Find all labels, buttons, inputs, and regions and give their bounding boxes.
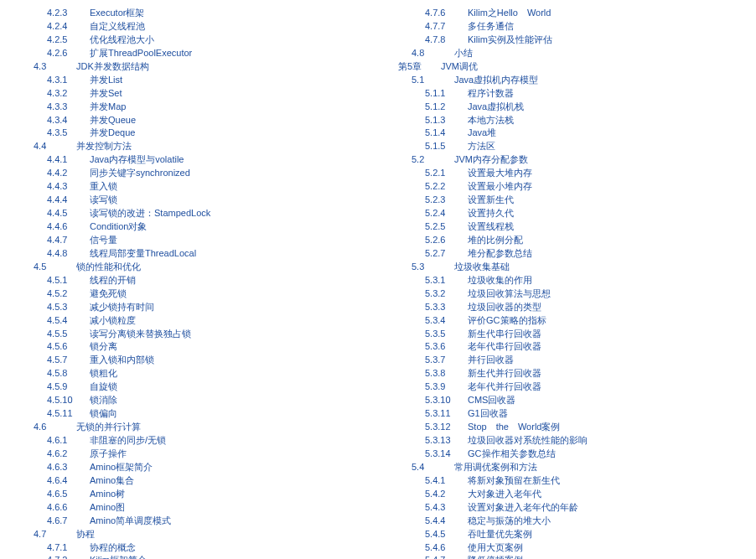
toc-entry[interactable]: 4.7.7 多任务通信 [398, 20, 756, 34]
toc-entry[interactable]: 5.3.11 G1回收器 [398, 407, 756, 421]
toc-title: Condition对象 [80, 221, 147, 231]
toc-entry[interactable]: 4.3.2 并发Set [20, 87, 378, 101]
toc-entry[interactable]: 5.3 垃圾收集基础 [398, 261, 756, 274]
toc-number: 5.3.14 [425, 448, 458, 461]
toc-entry[interactable]: 5.4.3 设置对象进入老年代的年龄 [398, 501, 756, 515]
toc-entry[interactable]: 4.2.3 Executor框架 [20, 7, 378, 20]
toc-entry[interactable]: 4.6 无锁的并行计算 [20, 421, 378, 434]
toc-entry[interactable]: 4.7.1 协程的概念 [20, 541, 378, 555]
toc-entry[interactable]: 5.4.2 大对象进入老年代 [398, 488, 756, 501]
toc-entry[interactable]: 5.3.7 并行回收器 [398, 354, 756, 367]
toc-title: 吞吐量优先案例 [458, 529, 532, 539]
toc-title: 自旋锁 [80, 381, 117, 391]
toc-entry[interactable]: 4.5.7 重入锁和内部锁 [20, 354, 378, 367]
toc-entry[interactable]: 4.5.8 锁粗化 [20, 367, 378, 380]
toc-number: 5.2 [412, 153, 445, 167]
toc-entry[interactable]: 4.5.11 锁偏向 [20, 407, 378, 421]
toc-entry[interactable]: 4.5.10 锁消除 [20, 394, 378, 407]
toc-entry[interactable]: 5.3.3 垃圾回收器的类型 [398, 301, 756, 314]
toc-number: 5.3.3 [425, 301, 458, 314]
toc-number: 4.6.2 [47, 448, 80, 461]
toc-title: Amino简单调度模式 [80, 515, 171, 525]
toc-entry[interactable]: 4.6.7 Amino简单调度模式 [20, 515, 378, 528]
toc-entry[interactable]: 5.3.8 新生代并行回收器 [398, 367, 756, 380]
toc-entry[interactable]: 5.3.4 评价GC策略的指标 [398, 314, 756, 328]
toc-entry[interactable]: 4.5.3 减少锁持有时间 [20, 301, 378, 314]
toc-entry[interactable]: 5.2.4 设置持久代 [398, 207, 756, 220]
toc-entry[interactable]: 5.4.6 使用大页案例 [398, 541, 756, 555]
toc-title: 读写分离锁来替换独占锁 [80, 329, 191, 339]
toc-entry[interactable]: 4.5.6 锁分离 [20, 340, 378, 354]
toc-entry[interactable]: 4.5.4 减小锁粒度 [20, 314, 378, 328]
toc-entry[interactable]: 5.1.2 Java虚拟机栈 [398, 101, 756, 114]
toc-entry[interactable]: 5.3.9 老年代并行回收器 [398, 380, 756, 394]
toc-number: 5.3 [412, 261, 445, 274]
toc-entry[interactable]: 5.2.3 设置新生代 [398, 194, 756, 207]
toc-entry[interactable]: 4.4.2 同步关键字synchronized [20, 167, 378, 180]
toc-entry[interactable]: 5.3.14 GC操作相关参数总结 [398, 448, 756, 461]
toc-entry[interactable]: 5.1 Java虚拟机内存模型 [398, 74, 756, 87]
toc-number: 4.2.3 [47, 7, 80, 20]
toc-entry[interactable]: 5.2.7 堆分配参数总结 [398, 247, 756, 261]
toc-entry[interactable]: 4.6.3 Amino框架简介 [20, 461, 378, 474]
toc-entry[interactable]: 4.7.6 Kilim之Hello World [398, 7, 756, 20]
toc-entry[interactable]: 4.4.1 Java内存模型与volatile [20, 153, 378, 167]
toc-entry[interactable]: 5.3.12 Stop the World案例 [398, 421, 756, 434]
toc-entry[interactable]: 4.5.5 读写分离锁来替换独占锁 [20, 328, 378, 341]
toc-number: 5.1.4 [425, 127, 458, 140]
toc-entry[interactable]: 4.5.2 避免死锁 [20, 287, 378, 301]
toc-entry[interactable]: 5.3.5 新生代串行回收器 [398, 328, 756, 341]
toc-entry[interactable]: 5.1.3 本地方法栈 [398, 114, 756, 127]
toc-entry[interactable]: 4.3.4 并发Queue [20, 114, 378, 127]
toc-entry[interactable]: 4.4.8 线程局部变量ThreadLocal [20, 247, 378, 261]
toc-entry[interactable]: 5.3.6 老年代串行回收器 [398, 340, 756, 354]
toc-entry[interactable]: 4.4.4 读写锁 [20, 194, 378, 207]
toc-entry[interactable]: 4.6.1 非阻塞的同步/无锁 [20, 434, 378, 448]
toc-entry[interactable]: 4.3.3 并发Map [20, 101, 378, 114]
toc-entry[interactable]: 4.5.9 自旋锁 [20, 380, 378, 394]
toc-entry[interactable]: 5.3.10 CMS回收器 [398, 394, 756, 407]
toc-entry[interactable]: 4.4.7 信号量 [20, 234, 378, 247]
toc-title: 设置对象进入老年代的年龄 [458, 502, 578, 512]
toc-entry[interactable]: 5.1.1 程序计数器 [398, 87, 756, 101]
toc-entry[interactable]: 5.4.7 降低停顿案例 [398, 554, 756, 559]
toc-entry[interactable]: 4.6.5 Amino树 [20, 488, 378, 501]
toc-entry[interactable]: 第5章 JVM调优 [398, 60, 756, 74]
toc-title: 非阻塞的同步/无锁 [80, 435, 166, 445]
toc-entry[interactable]: 5.2.6 堆的比例分配 [398, 234, 756, 247]
toc-entry[interactable]: 4.8 小结 [398, 47, 756, 60]
toc-entry[interactable]: 5.3.13 垃圾回收器对系统性能的影响 [398, 434, 756, 448]
toc-entry[interactable]: 4.4.5 读写锁的改进：StampedLock [20, 207, 378, 220]
toc-entry[interactable]: 5.3.1 垃圾收集的作用 [398, 274, 756, 287]
toc-entry[interactable]: 4.3.1 并发List [20, 74, 378, 87]
toc-entry[interactable]: 5.4 常用调优案例和方法 [398, 461, 756, 474]
toc-entry[interactable]: 5.1.4 Java堆 [398, 127, 756, 140]
toc-entry[interactable]: 4.5.1 线程的开销 [20, 274, 378, 287]
toc-entry[interactable]: 4.6.4 Amino集合 [20, 474, 378, 488]
toc-entry[interactable]: 4.2.4 自定义线程池 [20, 20, 378, 34]
toc-entry[interactable]: 5.2.5 设置线程栈 [398, 220, 756, 234]
toc-entry[interactable]: 4.4.3 重入锁 [20, 180, 378, 194]
toc-entry[interactable]: 4.7.8 Kilim实例及性能评估 [398, 34, 756, 47]
toc-title: 评价GC策略的指标 [458, 315, 546, 325]
toc-entry[interactable]: 5.2.1 设置最大堆内存 [398, 167, 756, 180]
toc-entry[interactable]: 4.2.6 扩展ThreadPoolExecutor [20, 47, 378, 60]
toc-entry[interactable]: 4.7.2 Kilim框架简介 [20, 554, 378, 559]
toc-entry[interactable]: 4.6.2 原子操作 [20, 448, 378, 461]
toc-entry[interactable]: 4.6.6 Amino图 [20, 501, 378, 515]
toc-entry[interactable]: 5.4.4 稳定与振荡的堆大小 [398, 515, 756, 528]
toc-entry[interactable]: 5.2 JVM内存分配参数 [398, 153, 756, 167]
toc-entry[interactable]: 4.7 协程 [20, 528, 378, 541]
toc-entry[interactable]: 4.4.6 Condition对象 [20, 220, 378, 234]
toc-entry[interactable]: 4.5 锁的性能和优化 [20, 261, 378, 274]
toc-entry[interactable]: 4.3.5 并发Deque [20, 127, 378, 140]
toc-entry[interactable]: 5.4.1 将新对象预留在新生代 [398, 474, 756, 488]
toc-entry[interactable]: 4.4 并发控制方法 [20, 140, 378, 153]
toc-entry[interactable]: 5.2.2 设置最小堆内存 [398, 180, 756, 194]
toc-number: 5.4.7 [425, 554, 458, 559]
toc-entry[interactable]: 4.3 JDK并发数据结构 [20, 60, 378, 74]
toc-entry[interactable]: 5.1.5 方法区 [398, 140, 756, 153]
toc-entry[interactable]: 4.2.5 优化线程池大小 [20, 34, 378, 47]
toc-entry[interactable]: 5.3.2 垃圾回收算法与思想 [398, 287, 756, 301]
toc-entry[interactable]: 5.4.5 吞吐量优先案例 [398, 528, 756, 541]
